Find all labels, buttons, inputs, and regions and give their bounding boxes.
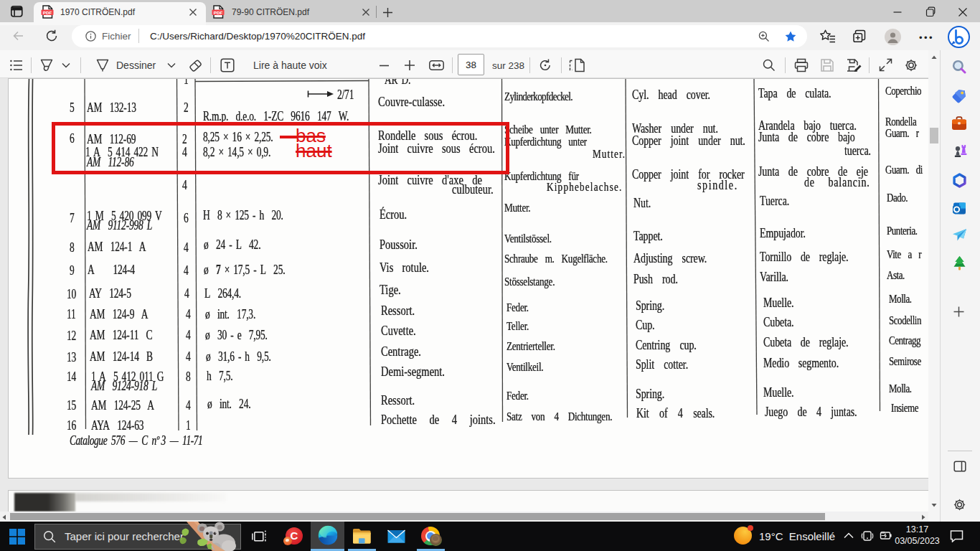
svg-text:PDF: PDF — [214, 10, 223, 15]
svg-text:PDF: PDF — [43, 10, 52, 15]
